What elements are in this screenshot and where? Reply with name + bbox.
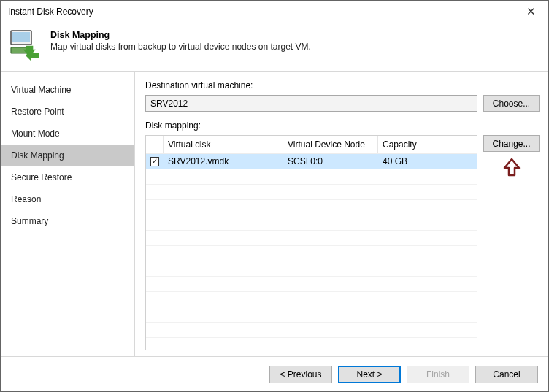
grid-col-virtual-disk[interactable]: Virtual disk xyxy=(164,136,283,153)
cell-text: SCSI 0:0 xyxy=(288,156,323,166)
col-label: Virtual disk xyxy=(168,139,210,150)
empty-row xyxy=(146,277,477,292)
sidebar-item-label: Restore Point xyxy=(11,107,64,117)
next-button[interactable]: Next > xyxy=(338,366,401,383)
arrow-up-icon xyxy=(503,158,521,177)
empty-row xyxy=(146,323,477,338)
grid-header: Virtual disk Virtual Device Node Capacit… xyxy=(146,136,477,154)
sidebar-item-label: Secure Restore xyxy=(11,172,72,182)
previous-button[interactable]: < Previous xyxy=(269,366,332,383)
header: Disk Mapping Map virtual disks from back… xyxy=(1,23,548,72)
header-text: Disk Mapping Map virtual disks from back… xyxy=(50,28,311,52)
btn-label: Finish xyxy=(426,369,450,380)
col-label: Virtual Device Node xyxy=(288,139,365,150)
empty-row xyxy=(146,169,477,185)
content: Destination virtual machine: SRV2012 Cho… xyxy=(135,72,548,356)
destination-row: SRV2012 Choose... xyxy=(145,95,540,112)
sidebar-item-label: Mount Mode xyxy=(11,128,60,139)
col-label: Capacity xyxy=(383,139,417,150)
body: Virtual Machine Restore Point Mount Mode… xyxy=(1,72,548,356)
destination-value: SRV2012 xyxy=(150,99,188,109)
close-button[interactable]: ✕ xyxy=(516,3,545,20)
window-title: Instant Disk Recovery xyxy=(8,7,93,17)
destination-input: SRV2012 xyxy=(145,95,477,112)
grid-col-check[interactable] xyxy=(146,136,164,153)
row-checkbox-cell: ✓ xyxy=(146,154,164,169)
sidebar-item-disk-mapping[interactable]: Disk Mapping xyxy=(1,145,134,166)
grid-col-capacity[interactable]: Capacity xyxy=(378,136,477,153)
wizard-window: Instant Disk Recovery ✕ Disk Mapping Map… xyxy=(0,0,549,392)
titlebar: Instant Disk Recovery ✕ xyxy=(1,1,548,23)
cell-device-node: SCSI 0:0 xyxy=(283,154,378,169)
empty-row xyxy=(146,185,477,200)
cell-text: 40 GB xyxy=(383,156,407,166)
cell-capacity: 40 GB xyxy=(378,154,477,169)
change-button[interactable]: Change... xyxy=(483,135,540,152)
empty-row xyxy=(146,292,477,307)
choose-button-label: Choose... xyxy=(493,99,530,109)
sidebar: Virtual Machine Restore Point Mount Mode… xyxy=(1,72,135,356)
table-row[interactable]: ✓ SRV2012.vmdk SCSI 0:0 40 GB xyxy=(146,154,477,169)
sidebar-item-mount-mode[interactable]: Mount Mode xyxy=(1,123,134,145)
finish-button: Finish xyxy=(407,366,469,383)
empty-row xyxy=(146,261,477,277)
choose-button[interactable]: Choose... xyxy=(483,95,540,112)
mapping-label: Disk mapping: xyxy=(145,120,540,131)
svg-rect-1 xyxy=(12,32,30,42)
empty-row xyxy=(146,200,477,215)
footer: < Previous Next > Finish Cancel xyxy=(1,356,548,391)
btn-label: < Previous xyxy=(280,369,321,380)
sidebar-item-label: Virtual Machine xyxy=(11,85,72,95)
sidebar-item-restore-point[interactable]: Restore Point xyxy=(1,101,134,123)
page-title: Disk Mapping xyxy=(50,30,311,40)
row-checkbox[interactable]: ✓ xyxy=(150,157,159,166)
cell-virtual-disk: SRV2012.vmdk xyxy=(164,154,283,169)
empty-row xyxy=(146,246,477,261)
empty-row xyxy=(146,307,477,323)
sidebar-item-virtual-machine[interactable]: Virtual Machine xyxy=(1,79,134,101)
grid-col-device-node[interactable]: Virtual Device Node xyxy=(283,136,378,153)
sidebar-item-label: Summary xyxy=(11,216,48,226)
sidebar-item-label: Reason xyxy=(11,194,41,204)
sidebar-item-label: Disk Mapping xyxy=(11,150,64,161)
btn-label: Next > xyxy=(356,369,382,380)
destination-label: Destination virtual machine: xyxy=(145,80,540,91)
empty-row xyxy=(146,231,477,246)
grid-wrap: Virtual disk Virtual Device Node Capacit… xyxy=(145,135,540,350)
grid-body: ✓ SRV2012.vmdk SCSI 0:0 40 GB xyxy=(146,154,477,350)
sidebar-item-summary[interactable]: Summary xyxy=(1,210,134,232)
svg-marker-5 xyxy=(504,159,519,175)
sidebar-item-reason[interactable]: Reason xyxy=(1,188,134,210)
change-button-label: Change... xyxy=(492,139,530,149)
disk-mapping-icon xyxy=(9,28,40,62)
empty-row xyxy=(146,215,477,231)
disk-mapping-grid: Virtual disk Virtual Device Node Capacit… xyxy=(145,135,477,350)
sidebar-item-secure-restore[interactable]: Secure Restore xyxy=(1,166,134,188)
btn-label: Cancel xyxy=(493,369,520,380)
side-buttons: Change... xyxy=(483,135,540,350)
cell-text: SRV2012.vmdk xyxy=(168,156,229,166)
page-subtitle: Map virtual disks from backup to virtual… xyxy=(50,42,311,52)
cancel-button[interactable]: Cancel xyxy=(475,366,538,383)
